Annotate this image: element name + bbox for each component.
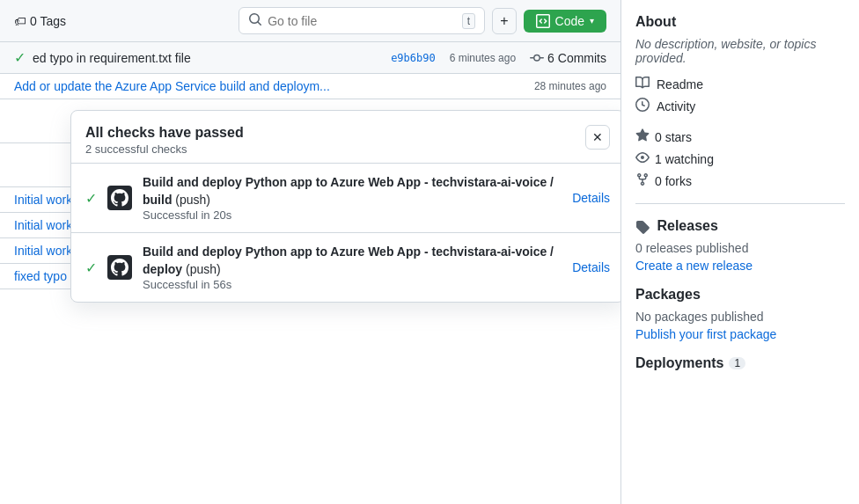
check-status-1: Successful in 20s <box>143 208 562 222</box>
code-button-label: Code <box>555 14 584 28</box>
releases-title: Releases <box>635 218 845 234</box>
packages-section: Packages No packages published Publish y… <box>635 287 845 341</box>
check-text-2: Build and deploy Python app to Azure Web… <box>143 244 562 291</box>
activity-icon <box>635 98 650 114</box>
checks-popup: All checks have passed 2 successful chec… <box>70 110 621 303</box>
watching-stat[interactable]: 1 watching <box>635 150 845 167</box>
tag-icon: 🏷 <box>14 14 26 28</box>
check-title-2: Build and deploy Python app to Azure Web… <box>143 244 562 278</box>
packages-desc: No packages published <box>635 310 845 324</box>
commit-hash[interactable]: e9b6b90 <box>391 52 436 64</box>
tags-label: 0 Tags <box>30 14 66 28</box>
check-logo-1 <box>107 186 132 210</box>
details-link-1[interactable]: Details <box>572 191 610 205</box>
close-button[interactable]: ✕ <box>585 125 610 150</box>
details-link-2[interactable]: Details <box>572 260 610 274</box>
popup-subtitle: 2 successful checks <box>85 142 244 156</box>
about-title: About <box>635 14 845 30</box>
search-shortcut: t <box>462 13 475 29</box>
deployments-section: Deployments 1 <box>635 355 845 371</box>
activity-link[interactable]: Activity <box>635 98 845 114</box>
watching-label: 1 watching <box>655 152 714 166</box>
search-box[interactable]: t <box>239 7 485 34</box>
right-sidebar: About No description, website, or topics… <box>621 0 859 504</box>
file-time: 28 minutes ago <box>534 80 606 92</box>
star-icon <box>635 128 650 145</box>
activity-label: Activity <box>657 99 695 113</box>
fork-icon <box>635 172 650 189</box>
deployments-title: Deployments 1 <box>635 355 845 371</box>
releases-section: Releases 0 releases published Create a n… <box>635 218 845 273</box>
releases-count: 0 releases published <box>635 241 845 255</box>
commit-message: ed typo in requirement.txt file <box>33 51 191 65</box>
forks-label: 0 forks <box>655 174 692 188</box>
check-pass-icon: ✓ <box>85 190 97 207</box>
check-pass-icon-2: ✓ <box>85 259 97 276</box>
search-input[interactable] <box>268 14 457 28</box>
book-icon <box>635 76 650 92</box>
check-text-1: Build and deploy Python app to Azure Web… <box>143 174 562 222</box>
check-item-2: ✓ Build and deploy Python app to Azure W… <box>71 233 621 302</box>
check-status-2: Successful in 56s <box>143 278 562 291</box>
commits-count: 6 Commits <box>547 51 606 65</box>
about-links: Readme Activity <box>635 76 845 114</box>
create-release-link[interactable]: Create a new release <box>635 259 753 273</box>
top-bar: 🏷 0 Tags t + Code ▾ <box>0 0 620 42</box>
stars-stat[interactable]: 0 stars <box>635 128 845 145</box>
commit-row: ✓ ed typo in requirement.txt file e9b6b9… <box>0 42 620 74</box>
code-button[interactable]: Code ▾ <box>524 10 606 33</box>
plus-button[interactable]: + <box>492 8 516 34</box>
chevron-down-icon: ▾ <box>590 16 594 26</box>
stats-list: 0 stars 1 watching 0 forks <box>635 128 845 204</box>
file-name[interactable]: Add or update the Azure App Service buil… <box>14 79 330 93</box>
deployments-badge: 1 <box>729 357 745 369</box>
check-title-1: Build and deploy Python app to Azure Web… <box>143 174 562 208</box>
about-desc: No description, website, or topics provi… <box>635 37 845 65</box>
popup-header: All checks have passed 2 successful chec… <box>71 111 621 164</box>
commit-check-icon: ✓ <box>14 49 26 66</box>
commits-link[interactable]: 6 Commits <box>530 51 606 65</box>
check-item-1: ✓ Build and deploy Python app to Azure W… <box>71 164 621 233</box>
eye-icon <box>635 150 650 167</box>
forks-stat[interactable]: 0 forks <box>635 172 845 189</box>
popup-title: All checks have passed <box>85 125 244 141</box>
packages-title: Packages <box>635 287 845 303</box>
readme-link[interactable]: Readme <box>635 76 845 92</box>
tags-info: 🏷 0 Tags <box>14 14 66 28</box>
file-row[interactable]: Add or update the Azure App Service buil… <box>0 74 620 99</box>
search-icon <box>248 12 262 29</box>
check-logo-2 <box>107 255 132 280</box>
commit-time: 6 minutes ago <box>450 52 516 64</box>
readme-label: Readme <box>657 77 703 91</box>
stars-label: 0 stars <box>655 130 692 144</box>
publish-package-link[interactable]: Publish your first package <box>635 327 776 341</box>
